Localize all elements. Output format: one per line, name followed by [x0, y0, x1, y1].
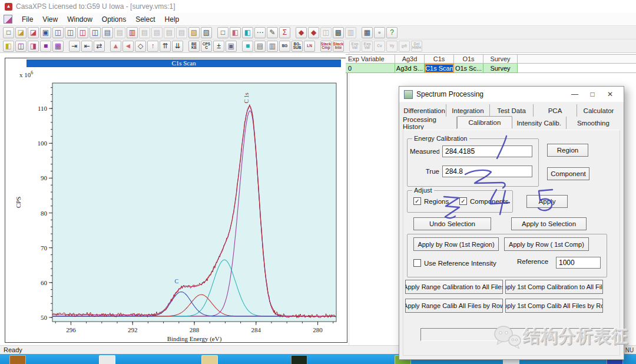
measured-input[interactable]	[442, 145, 532, 157]
true-input[interactable]	[442, 166, 532, 177]
menu-options[interactable]: Options	[97, 14, 131, 25]
help-button[interactable]: ?	[386, 27, 398, 38]
zoom-in-button[interactable]: ▲	[110, 41, 121, 52]
cv-button[interactable]: Cv	[374, 41, 385, 52]
convert-button[interactable]: ▥	[127, 27, 138, 38]
mdi-child-icon[interactable]	[4, 15, 12, 24]
exp-var-button[interactable]: Exp Var	[349, 41, 360, 52]
component-button[interactable]: Component	[547, 167, 589, 180]
paste-special-button[interactable]: ▨	[201, 27, 212, 38]
quantification-button[interactable]: ◆	[308, 27, 319, 38]
chart-title[interactable]: C1s Scan	[26, 59, 341, 67]
tab-intensity-calib[interactable]: Intensity Calib.	[512, 117, 567, 129]
spectrum-chart-tile[interactable]: 2962922882842805060708090100110Binding E…	[5, 58, 347, 343]
cell-o1s-scan[interactable]: O1s Sc...	[454, 64, 483, 73]
exp-var-2-button[interactable]: Exp Var	[362, 41, 373, 52]
picture-3-button[interactable]: ▥	[267, 41, 278, 52]
tile-rows-button[interactable]: ◨	[28, 41, 39, 52]
undo-selection-button[interactable]: Undo Selection	[413, 217, 491, 230]
export-1-button[interactable]: ▤	[139, 27, 150, 38]
page-up-button[interactable]: ⇈	[160, 41, 171, 52]
picture-2-button[interactable]: ▤	[254, 41, 266, 52]
export-2-button[interactable]: ▤	[151, 27, 163, 38]
bg-sub-button[interactable]: BG- SUB	[292, 41, 303, 52]
reference-input[interactable]	[556, 257, 601, 269]
print-button[interactable]: ▦	[362, 27, 373, 38]
regions-checkbox[interactable]: ✓ Regions	[413, 197, 449, 205]
scroll-left-button[interactable]: ⇤	[81, 41, 92, 52]
save-rows-button[interactable]: ▤	[102, 27, 113, 38]
tab-differentiation[interactable]: Differentiation	[403, 104, 446, 117]
zoom-range-button[interactable]: ◇	[135, 41, 146, 52]
export-3-button[interactable]: ▤	[164, 27, 175, 38]
use-reference-checkbox-box[interactable]	[413, 259, 421, 267]
zoom-back-button[interactable]: ◄	[122, 41, 134, 52]
scroll-right-button[interactable]: ⇥	[69, 41, 80, 52]
library-button[interactable]: ▩	[333, 27, 344, 38]
tab-calibration[interactable]: Calibration	[457, 116, 512, 128]
stack-int-button[interactable]: Stack Inte	[333, 41, 344, 52]
quantify-button[interactable]: Σ	[279, 27, 290, 38]
export-4-button[interactable]: ▤	[176, 27, 187, 38]
cell-ag3d-scan[interactable]: Ag3d S...	[395, 64, 425, 73]
use-reference-checkbox[interactable]: Use Reference Intensity	[413, 259, 496, 267]
close-button[interactable]: ✕	[601, 88, 619, 100]
apply-range-calibration-all-files-button[interactable]: Apply Range Calibration to All Files	[405, 280, 503, 294]
tab-integration[interactable]: Integration	[446, 104, 490, 117]
region-button[interactable]: Region	[547, 144, 588, 157]
zoom-out-button[interactable]: ↑	[147, 41, 158, 52]
annotate-button[interactable]: ✎	[267, 27, 278, 38]
overlay-button[interactable]: ■	[40, 41, 51, 52]
menu-window[interactable]: Window	[62, 14, 97, 25]
copy-all-button[interactable]: ◫	[65, 27, 76, 38]
cell-survey[interactable]: Survey	[483, 64, 518, 73]
menu-file[interactable]: File	[17, 14, 38, 25]
copy-blue-button[interactable]: ◫	[90, 27, 101, 38]
squeeze-range-button[interactable]: ⇄	[94, 41, 105, 52]
delete-button[interactable]: ▥	[345, 27, 356, 38]
picture-button[interactable]: ▣	[226, 41, 237, 52]
apply-1st-comp-calibration-all-files-button[interactable]: Apply 1st Comp Calibration to All Files	[505, 280, 603, 294]
components-checkbox[interactable]: ✓ Components	[459, 197, 508, 205]
vy-button[interactable]: Vy	[386, 41, 398, 52]
menu-view[interactable]: View	[38, 14, 62, 25]
cps-toggle-button[interactable]: CPS C	[201, 41, 212, 52]
apply-1st-comp-calib-all-files-by-row-button[interactable]: Apply 1st Comp Calib All Files by Row	[505, 299, 603, 313]
taskbar-app-2[interactable]	[99, 355, 115, 364]
spectrum-plot[interactable]: 2962922882842805060708090100110Binding E…	[5, 58, 348, 343]
regions-checkbox-box[interactable]: ✓	[413, 197, 421, 205]
print-preview-button[interactable]: ▫	[374, 27, 385, 38]
col-survey[interactable]: Survey	[483, 54, 518, 64]
apply-range-calib-all-files-by-row-button[interactable]: Apply Range Calib All Files by Row	[405, 299, 503, 313]
processing-button[interactable]: ◆	[296, 27, 307, 38]
monitor-button[interactable]: ◧	[242, 27, 253, 38]
copy-button[interactable]: ◫	[52, 27, 64, 38]
apply-by-row-comp-button[interactable]: Apply by Row ( 1st Comp)	[504, 237, 589, 251]
grid-tiles-button[interactable]: ▦	[52, 41, 64, 52]
taskbar-app-1[interactable]	[9, 355, 26, 364]
tile-display-button[interactable]: ◧	[3, 41, 14, 52]
tab-smoothing[interactable]: Smoothing	[567, 117, 620, 129]
dialog-title-bar[interactable]: Spectrum Processing — □ ✕	[399, 87, 624, 102]
frame-button[interactable]: ◧	[230, 27, 241, 38]
copy-red-button[interactable]: ◫	[77, 27, 88, 38]
menu-select[interactable]: Select	[131, 14, 160, 25]
taskbar-app-3[interactable]	[201, 355, 218, 364]
report-button[interactable]: ◫	[320, 27, 332, 38]
apply-to-selection-button[interactable]: Apply to Selection	[511, 217, 587, 230]
maximize-button[interactable]: □	[584, 88, 601, 100]
display-teal-button[interactable]: ■	[242, 41, 253, 52]
col-c1s[interactable]: C1s	[425, 54, 454, 64]
tab-pca[interactable]: PCA	[534, 104, 577, 117]
points-button[interactable]: ⋯	[254, 27, 266, 38]
apply-by-row-region-button[interactable]: Apply by Row (1st Region)	[413, 237, 499, 251]
minimize-button[interactable]: —	[566, 88, 584, 100]
tab-processing-history[interactable]: Processing History	[403, 117, 457, 129]
del-hwh-button[interactable]: Del HWH	[411, 41, 422, 52]
cell-c1s-scan-selected[interactable]: C1s Scan	[425, 64, 454, 73]
taskbar-app-4[interactable]	[291, 355, 307, 364]
open-recent-button[interactable]: ◪	[28, 27, 39, 38]
save-button[interactable]: ▣	[40, 27, 51, 38]
save-part-button[interactable]: ▤	[114, 27, 125, 38]
col-o1s[interactable]: O1s	[454, 54, 483, 64]
